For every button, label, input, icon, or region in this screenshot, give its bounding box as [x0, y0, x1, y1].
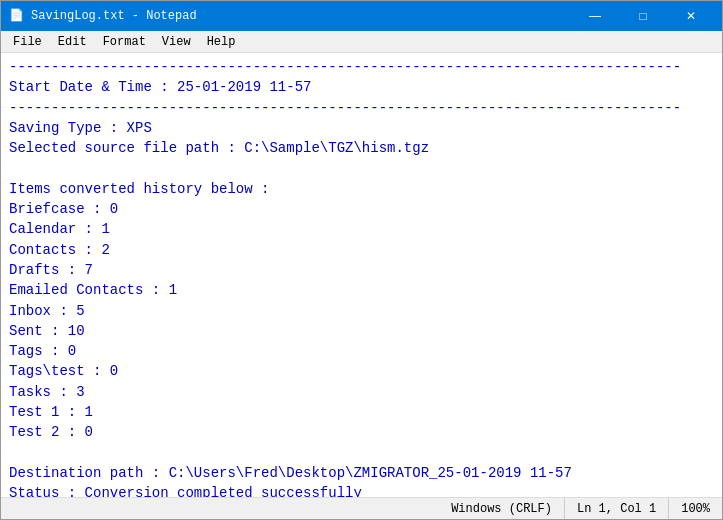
notepad-window: 📄 SavingLog.txt - Notepad — □ ✕ File Edi…: [0, 0, 723, 520]
status-zoom: 100%: [669, 498, 722, 519]
minimize-button[interactable]: —: [572, 5, 618, 27]
title-bar-left: 📄 SavingLog.txt - Notepad: [9, 8, 197, 24]
menu-view[interactable]: View: [154, 33, 199, 51]
text-content: ----------------------------------------…: [9, 57, 714, 497]
maximize-button[interactable]: □: [620, 5, 666, 27]
menu-help[interactable]: Help: [199, 33, 244, 51]
close-button[interactable]: ✕: [668, 5, 714, 27]
menu-file[interactable]: File: [5, 33, 50, 51]
title-bar-buttons: — □ ✕: [572, 5, 714, 27]
app-icon: 📄: [9, 8, 25, 24]
window-title: SavingLog.txt - Notepad: [31, 9, 197, 23]
status-line-ending: Windows (CRLF): [439, 498, 565, 519]
menu-bar: File Edit Format View Help: [1, 31, 722, 53]
status-position: Ln 1, Col 1: [565, 498, 669, 519]
status-bar: Windows (CRLF) Ln 1, Col 1 100%: [1, 497, 722, 519]
title-bar: 📄 SavingLog.txt - Notepad — □ ✕: [1, 1, 722, 31]
text-content-area[interactable]: ----------------------------------------…: [1, 53, 722, 497]
menu-format[interactable]: Format: [95, 33, 154, 51]
menu-edit[interactable]: Edit: [50, 33, 95, 51]
